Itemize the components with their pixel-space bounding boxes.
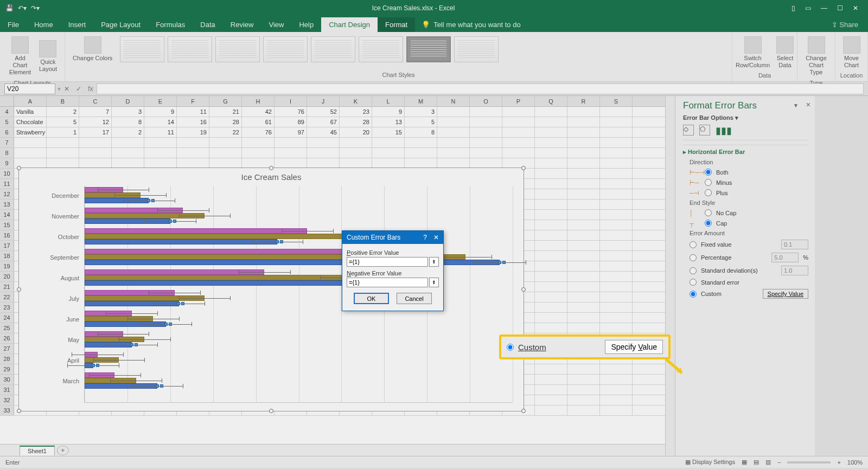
col-header[interactable]: G bbox=[209, 96, 242, 106]
cell[interactable]: 67 bbox=[307, 117, 340, 127]
cell[interactable] bbox=[567, 385, 600, 395]
cell[interactable] bbox=[567, 405, 600, 415]
cell[interactable] bbox=[209, 148, 242, 158]
cell[interactable]: 5 bbox=[47, 117, 79, 127]
style-thumb[interactable] bbox=[168, 36, 212, 62]
style-thumb-selected[interactable] bbox=[406, 36, 451, 62]
cell[interactable] bbox=[600, 127, 633, 137]
enter-icon[interactable]: ✓ bbox=[73, 83, 85, 95]
row-header[interactable]: 17 bbox=[0, 241, 14, 250]
fx-icon[interactable]: fx bbox=[85, 83, 97, 95]
quick-layout-button[interactable]: Quick Layout bbox=[36, 34, 60, 79]
row-header[interactable]: 8 bbox=[0, 148, 14, 158]
effects-icon[interactable]: ⬠ bbox=[699, 125, 710, 136]
cell[interactable] bbox=[600, 189, 633, 199]
cell[interactable]: 61 bbox=[242, 117, 275, 127]
cell[interactable] bbox=[535, 272, 567, 281]
cell[interactable] bbox=[340, 158, 372, 168]
cell[interactable] bbox=[600, 261, 633, 271]
tab-view[interactable]: View bbox=[261, 17, 291, 32]
cancel-icon[interactable]: ✕ bbox=[61, 83, 73, 95]
bar-options-icon[interactable]: ▮▮▮ bbox=[716, 125, 726, 136]
cell[interactable]: 17 bbox=[79, 127, 112, 137]
cell[interactable] bbox=[600, 292, 633, 302]
cell[interactable] bbox=[242, 148, 275, 158]
row-header[interactable]: 25 bbox=[0, 323, 14, 333]
view-break-icon[interactable]: ▥ bbox=[765, 459, 771, 466]
cell[interactable] bbox=[535, 127, 567, 137]
row-header[interactable]: 33 bbox=[0, 405, 14, 415]
cell[interactable]: Vanilla bbox=[14, 107, 47, 117]
col-header[interactable]: J bbox=[307, 96, 340, 106]
cell[interactable] bbox=[535, 385, 567, 395]
col-header[interactable]: K bbox=[340, 96, 372, 106]
col-header[interactable]: H bbox=[242, 96, 275, 106]
cell[interactable] bbox=[535, 375, 567, 384]
cell[interactable] bbox=[600, 282, 633, 292]
dialog-close-icon[interactable]: ✕ bbox=[433, 234, 439, 241]
error-bar[interactable] bbox=[282, 231, 333, 231]
cell[interactable]: 20 bbox=[340, 127, 372, 137]
cancel-button[interactable]: Cancel bbox=[397, 293, 432, 304]
cell[interactable] bbox=[567, 138, 600, 147]
cell[interactable] bbox=[600, 395, 633, 405]
cell[interactable] bbox=[535, 169, 567, 178]
cell[interactable] bbox=[600, 169, 633, 178]
row-header[interactable]: 31 bbox=[0, 385, 14, 395]
row-header[interactable]: 11 bbox=[0, 179, 14, 189]
cell[interactable] bbox=[470, 107, 502, 117]
cell[interactable] bbox=[79, 148, 112, 158]
cell[interactable] bbox=[437, 138, 470, 147]
share-button[interactable]: ⇪ Share bbox=[822, 17, 868, 32]
cell[interactable] bbox=[535, 189, 567, 199]
cell[interactable] bbox=[567, 323, 600, 333]
view-normal-icon[interactable]: ▦ bbox=[742, 459, 747, 466]
opt-percentage[interactable]: Percentage% bbox=[690, 253, 808, 262]
cell[interactable] bbox=[275, 158, 307, 168]
cell[interactable]: 14 bbox=[144, 117, 177, 127]
pane-options-icon[interactable]: ▼ bbox=[793, 102, 799, 108]
cell[interactable]: 89 bbox=[275, 117, 307, 127]
cell[interactable] bbox=[535, 199, 567, 209]
row-header[interactable]: 26 bbox=[0, 333, 14, 343]
row-header[interactable]: 13 bbox=[0, 199, 14, 209]
redo-icon[interactable]: ↷▾ bbox=[31, 4, 40, 12]
cell[interactable]: 12 bbox=[79, 117, 112, 127]
cell[interactable]: 2 bbox=[112, 127, 144, 137]
opt-plus[interactable]: ─⊣Plus bbox=[690, 189, 808, 196]
tab-chart-design[interactable]: Chart Design bbox=[321, 17, 378, 32]
col-header[interactable]: F bbox=[177, 96, 209, 106]
row-header[interactable]: 14 bbox=[0, 210, 14, 220]
zoom-out-icon[interactable]: − bbox=[777, 459, 781, 466]
cell[interactable] bbox=[144, 148, 177, 158]
cell[interactable]: 76 bbox=[242, 127, 275, 137]
cell[interactable] bbox=[567, 210, 600, 220]
row-header[interactable]: 21 bbox=[0, 282, 14, 292]
error-bar[interactable] bbox=[72, 355, 123, 355]
view-layout-icon[interactable]: ▤ bbox=[754, 459, 759, 466]
change-colors-button[interactable]: Change Colors bbox=[69, 34, 116, 64]
row-header[interactable]: 28 bbox=[0, 354, 14, 364]
cell[interactable] bbox=[535, 230, 567, 240]
cell[interactable] bbox=[600, 241, 633, 250]
col-header[interactable]: O bbox=[470, 96, 502, 106]
cell[interactable]: 3 bbox=[112, 107, 144, 117]
worksheet-grid[interactable]: 4Vanilla2739112142765223935Chocolate5128… bbox=[0, 107, 665, 444]
col-header[interactable]: S bbox=[600, 96, 633, 106]
cell[interactable] bbox=[112, 138, 144, 147]
cell[interactable]: 97 bbox=[275, 127, 307, 137]
cell[interactable] bbox=[567, 292, 600, 302]
select-data-button[interactable]: Select Data bbox=[773, 34, 797, 71]
col-header[interactable]: I bbox=[275, 96, 307, 106]
cell[interactable]: 76 bbox=[275, 107, 307, 117]
cell[interactable] bbox=[600, 199, 633, 209]
opt-both[interactable]: ⊢─⊣Both bbox=[690, 169, 808, 176]
cell[interactable] bbox=[567, 117, 600, 127]
cell[interactable] bbox=[275, 138, 307, 147]
tab-file[interactable]: File bbox=[0, 17, 27, 32]
chart-bar[interactable] bbox=[85, 234, 372, 239]
row-header[interactable]: 10 bbox=[0, 169, 14, 178]
tab-data[interactable]: Data bbox=[193, 17, 222, 32]
close-icon[interactable]: ✕ bbox=[853, 4, 858, 12]
cell[interactable] bbox=[340, 148, 372, 158]
